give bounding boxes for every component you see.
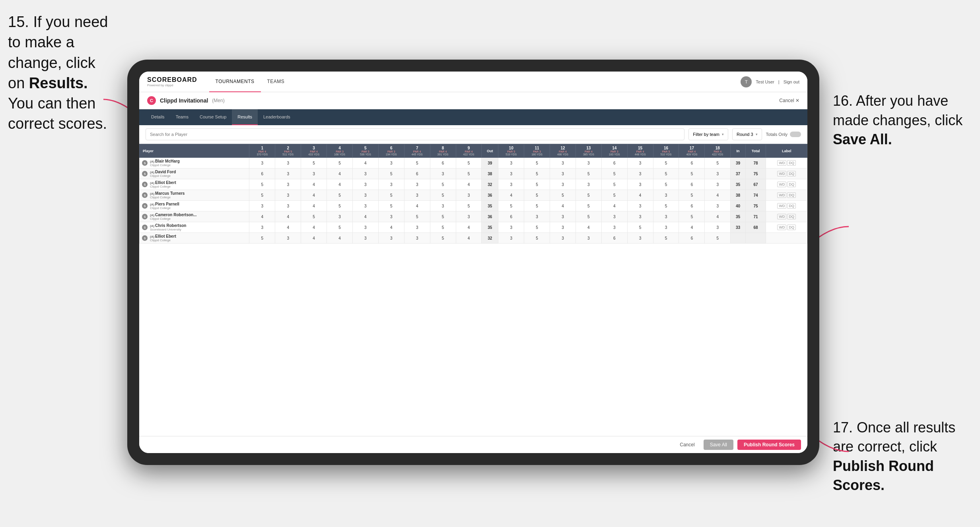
score-hole-1[interactable]: 4 (249, 211, 275, 222)
score-hole-7[interactable]: 3 (404, 179, 430, 190)
score-hole-18[interactable]: 5 (705, 233, 731, 244)
score-hole-1[interactable]: 3 (249, 158, 275, 169)
score-hole-11[interactable]: 5 (524, 169, 550, 179)
score-hole-11[interactable]: 5 (524, 158, 550, 169)
score-hole-14[interactable]: 5 (601, 169, 627, 179)
score-hole-10[interactable]: 4 (498, 190, 524, 201)
score-hole-9[interactable]: 4 (456, 179, 482, 190)
score-hole-13[interactable]: 5 (576, 190, 601, 201)
score-hole-10[interactable]: 3 (498, 233, 524, 244)
score-hole-3[interactable]: 4 (301, 179, 327, 190)
score-hole-9[interactable]: 5 (456, 169, 482, 179)
score-hole-1[interactable]: 5 (249, 190, 275, 201)
score-hole-16[interactable]: 3 (653, 211, 679, 222)
score-hole-10[interactable]: 6 (498, 211, 524, 222)
score-hole-13[interactable]: 3 (576, 233, 601, 244)
tab-details[interactable]: Details (146, 109, 170, 125)
score-hole-5[interactable]: 3 (352, 169, 378, 179)
score-hole-18[interactable]: 3 (705, 179, 731, 190)
score-hole-9[interactable]: 3 (456, 211, 482, 222)
wd-badge[interactable]: WD (777, 171, 786, 176)
score-hole-5[interactable]: 4 (352, 211, 378, 222)
score-hole-1[interactable]: 5 (249, 233, 275, 244)
nav-teams[interactable]: TEAMS (261, 72, 291, 92)
score-hole-2[interactable]: 3 (275, 201, 301, 211)
score-hole-15[interactable]: 4 (627, 190, 653, 201)
score-hole-15[interactable]: 5 (627, 222, 653, 233)
score-hole-2[interactable]: 3 (275, 169, 301, 179)
score-hole-18[interactable]: 4 (705, 190, 731, 201)
score-hole-4[interactable]: 4 (327, 233, 353, 244)
score-hole-11[interactable]: 5 (524, 233, 550, 244)
score-hole-7[interactable]: 5 (404, 211, 430, 222)
score-hole-17[interactable]: 5 (679, 169, 705, 179)
wd-badge[interactable]: WD (777, 225, 786, 230)
score-hole-7[interactable]: 4 (404, 201, 430, 211)
score-hole-13[interactable]: 5 (576, 211, 601, 222)
filter-dropdown[interactable]: Filter by team ▾ (688, 128, 728, 140)
score-hole-16[interactable]: 5 (653, 158, 679, 169)
score-hole-14[interactable]: 6 (601, 233, 627, 244)
score-hole-16[interactable]: 3 (653, 190, 679, 201)
score-hole-12[interactable]: 3 (550, 179, 576, 190)
tab-course-setup[interactable]: Course Setup (194, 109, 232, 125)
score-hole-2[interactable]: 3 (275, 158, 301, 169)
score-hole-12[interactable]: 3 (550, 211, 576, 222)
score-hole-10[interactable]: 3 (498, 158, 524, 169)
score-hole-9[interactable]: 4 (456, 233, 482, 244)
score-hole-5[interactable]: 3 (352, 222, 378, 233)
score-hole-1[interactable]: 6 (249, 169, 275, 179)
score-hole-15[interactable]: 3 (627, 158, 653, 169)
nav-tournaments[interactable]: TOURNAMENTS (209, 72, 261, 92)
score-hole-1[interactable]: 3 (249, 222, 275, 233)
score-hole-6[interactable]: 4 (378, 222, 404, 233)
score-hole-6[interactable]: 5 (378, 190, 404, 201)
score-hole-2[interactable]: 3 (275, 233, 301, 244)
score-hole-17[interactable]: 6 (679, 158, 705, 169)
score-hole-16[interactable]: 3 (653, 222, 679, 233)
tab-results[interactable]: Results (232, 109, 258, 125)
tab-leaderboards[interactable]: Leaderboards (258, 109, 296, 125)
score-hole-15[interactable]: 3 (627, 169, 653, 179)
cancel-header-button[interactable]: Cancel ✕ (779, 98, 799, 103)
dq-badge[interactable]: DQ (787, 171, 796, 176)
score-hole-8[interactable]: 3 (430, 169, 456, 179)
score-hole-16[interactable]: 5 (653, 169, 679, 179)
wd-badge[interactable]: WD (777, 182, 786, 187)
score-hole-8[interactable]: 5 (430, 233, 456, 244)
score-hole-5[interactable]: 3 (352, 179, 378, 190)
score-hole-6[interactable]: 3 (378, 211, 404, 222)
cancel-button[interactable]: Cancel (675, 440, 699, 450)
score-hole-1[interactable]: 3 (249, 201, 275, 211)
score-hole-11[interactable]: 5 (524, 179, 550, 190)
score-hole-4[interactable]: 5 (327, 222, 353, 233)
signout-link[interactable]: Sign out (784, 79, 799, 84)
score-hole-10[interactable]: 3 (498, 179, 524, 190)
score-hole-17[interactable]: 5 (679, 211, 705, 222)
score-hole-5[interactable]: 3 (352, 190, 378, 201)
score-hole-18[interactable]: 5 (705, 158, 731, 169)
score-hole-13[interactable]: 4 (576, 222, 601, 233)
score-hole-15[interactable]: 3 (627, 179, 653, 190)
score-hole-13[interactable]: 5 (576, 201, 601, 211)
score-hole-14[interactable]: 5 (601, 190, 627, 201)
dq-badge[interactable]: DQ (787, 203, 796, 209)
score-hole-10[interactable]: 5 (498, 201, 524, 211)
score-hole-9[interactable]: 4 (456, 222, 482, 233)
score-hole-14[interactable]: 6 (601, 158, 627, 169)
score-hole-18[interactable]: 3 (705, 222, 731, 233)
score-hole-12[interactable]: 3 (550, 233, 576, 244)
score-hole-11[interactable]: 5 (524, 190, 550, 201)
score-hole-12[interactable]: 3 (550, 222, 576, 233)
score-hole-2[interactable]: 4 (275, 211, 301, 222)
score-hole-7[interactable]: 3 (404, 233, 430, 244)
score-hole-18[interactable]: 3 (705, 169, 731, 179)
wd-badge[interactable]: WD (777, 160, 786, 166)
score-hole-2[interactable]: 3 (275, 179, 301, 190)
score-hole-1[interactable]: 5 (249, 179, 275, 190)
score-hole-17[interactable]: 6 (679, 179, 705, 190)
dq-badge[interactable]: DQ (787, 160, 796, 166)
score-hole-17[interactable]: 4 (679, 222, 705, 233)
score-hole-7[interactable]: 3 (404, 222, 430, 233)
score-hole-11[interactable]: 3 (524, 211, 550, 222)
